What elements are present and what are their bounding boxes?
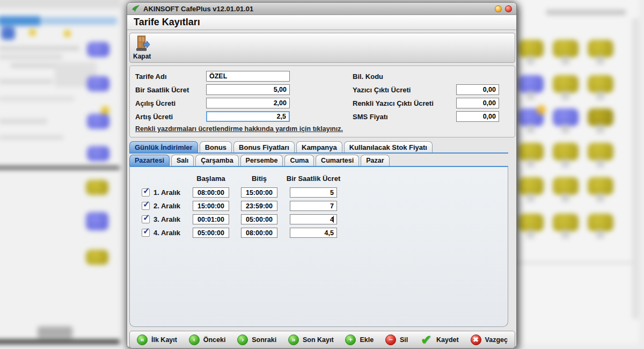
background-text-line [0,119,47,123]
day-tab-bar: Pazartesi Salı Çarşamba Persembe Cuma Cu… [129,155,391,166]
checkmark-icon: ✓ [143,213,150,223]
background-text-line [0,79,53,84]
yazici-cikti-ucreti-field[interactable] [456,84,499,95]
tab-pazar[interactable]: Pazar [361,155,389,166]
save-button[interactable]: ✔ Kaydet [420,335,459,345]
background-station-yellow [588,40,613,57]
bir-saatlik-ucret-label: Bir Saatlik Ücret [135,86,189,94]
tarife-adi-field[interactable] [206,71,290,82]
main-tab-underline [129,152,508,154]
kapat-label: Kapat [133,53,151,60]
sms-fiyati-field[interactable] [456,111,499,122]
background-bottom-strip [0,340,120,344]
window-titlebar[interactable]: AKINSOFT CafePlus v12.01.01.01 [127,3,516,15]
tab-sali[interactable]: Salı [171,155,194,166]
background-text-line [0,46,79,50]
renkli-yazici-cikti-ucreti-field[interactable] [456,98,499,108]
background-yellow-dot [537,105,546,114]
background-station-blue [87,42,109,57]
previous-button[interactable]: ‹ Önceki [189,335,226,345]
tab-cumartesi[interactable]: Cumartesi [316,155,359,166]
checkmark-icon: ✓ [143,199,150,209]
add-button[interactable]: + Ekle [345,335,374,345]
color-print-help-link[interactable]: Renkli yazdırmaları ücretlendirme hakkın… [135,125,343,133]
next-button[interactable]: › Sonraki [237,335,276,345]
start-time-input[interactable] [193,228,229,238]
background-station-yellow [86,250,108,265]
background-station-blue [518,75,544,93]
background-gray-chip [38,326,72,338]
acilis-ucreti-field[interactable] [206,98,290,108]
artis-ucreti-label: Artış Ücreti [135,113,173,121]
tab-kullanilacak-stok-fiyati[interactable]: Kullanılacak Stok Fiyatı [344,141,433,152]
last-record-button[interactable]: » Son Kayıt [288,335,334,345]
background-text-line [0,55,62,59]
background-station-yellow [553,75,579,93]
cancel-label: Vazgeç [485,336,508,344]
bil-kodu-label: Bil. Kodu [353,72,383,81]
tab-gunluk-indirimler[interactable]: Günlük İndirimler [129,141,198,152]
background-station-blue [553,108,579,126]
last-record-icon: » [288,335,299,345]
background-blue-chip [1,27,15,40]
end-time-input[interactable] [241,214,277,224]
first-record-button[interactable]: « İlk Kayıt [137,335,177,345]
baslama-header: Başlama [190,174,232,183]
start-time-input[interactable] [193,187,229,198]
background-station-yellow [588,108,613,126]
rate-input[interactable] [290,187,337,198]
bitis-header: Bitiş [238,174,280,183]
artis-ucreti-field[interactable] [206,111,290,122]
background-station-yellow [588,143,613,161]
background-station-yellow [553,143,579,161]
tab-kampanya[interactable]: Kampanya [296,141,342,152]
kapat-button[interactable]: Kapat [133,35,158,62]
interval-checkbox[interactable]: ✓ [142,202,150,210]
rate-input[interactable] [290,201,337,211]
interval-checkbox[interactable]: ✓ [142,188,150,197]
schedule-row-1: ✓ 1. Aralık [130,187,508,199]
add-icon: + [345,335,356,345]
background-blue-bar-light [42,17,117,25]
interval-label: 1. Aralık [153,188,180,197]
rate-input[interactable] [290,228,337,238]
interval-checkbox[interactable]: ✓ [142,215,150,223]
close-button[interactable] [505,5,512,12]
interval-label: 3. Aralık [153,215,180,223]
end-time-input[interactable] [241,228,277,238]
start-time-input[interactable] [193,214,229,224]
window-title: AKINSOFT CafePlus v12.01.01.01 [143,5,253,13]
background-station-yellow [588,214,613,231]
record-nav-bar: « İlk Kayıt ‹ Önceki › Sonraki » Son Kay… [129,331,515,348]
delete-button[interactable]: − Sil [385,335,408,345]
background-station-yellow [588,75,613,93]
tarife-adi-label: Tarife Adı [135,72,167,81]
last-record-label: Son Kayıt [303,336,334,344]
screen: AKINSOFT CafePlus v12.01.01.01 Tarife Ka… [0,0,644,349]
exit-door-icon [134,35,150,52]
end-time-input[interactable] [241,187,277,198]
rate-input[interactable] [290,214,337,224]
bir-saatlik-ucret-field[interactable] [206,84,290,95]
tab-cuma[interactable]: Cuma [284,155,314,166]
schedule-row-2: ✓ 2. Aralık [130,201,508,213]
interval-label: 2. Aralık [153,202,180,210]
first-record-icon: « [137,335,148,345]
next-icon: › [237,335,248,345]
start-time-input[interactable] [193,201,229,211]
background-top-strip [0,0,121,9]
tab-persembe[interactable]: Persembe [240,155,283,166]
text-cursor [333,216,334,223]
cancel-button[interactable]: ✖ Vazgeç [471,335,508,345]
tab-bonus-fiyatlari[interactable]: Bonus Fiyatları [233,141,295,152]
tab-bonus[interactable]: Bonus [200,141,232,152]
background-station-yellow [518,40,544,57]
end-time-input[interactable] [241,201,277,211]
interval-checkbox[interactable]: ✓ [142,229,150,237]
background-station-blue [87,146,109,161]
tab-pazartesi[interactable]: Pazartesi [129,155,170,166]
background-station-yellow [518,143,544,161]
background-station-yellow [553,214,579,231]
tab-carsamba[interactable]: Çarşamba [195,155,238,166]
minimize-button[interactable] [495,5,502,12]
